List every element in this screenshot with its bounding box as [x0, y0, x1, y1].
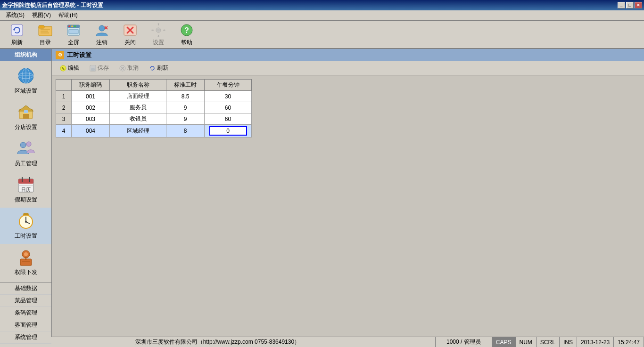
toolbar-help-label: 帮助	[181, 39, 192, 47]
cell-hours: 9	[166, 113, 205, 125]
cell-lunch: 60	[205, 102, 252, 113]
toolbar-logout-label: 注销	[96, 39, 107, 47]
maximize-button[interactable]: □	[626, 2, 634, 8]
cell-name: 服务员	[110, 102, 166, 113]
col-code-header: 职务编码	[72, 80, 110, 91]
toolbar-close[interactable]: 关闭	[117, 22, 143, 47]
sidebar-bottom: 基础数据 菜品管理 条码管理 界面管理 系统管理	[0, 282, 51, 344]
status-num: NUM	[516, 337, 537, 347]
page-header-icon: ⚙	[56, 51, 64, 59]
title-bar-buttons: _ □ ✕	[618, 2, 642, 8]
fullscreen-icon	[66, 23, 81, 38]
sidebar-permission-label: 权限下发	[15, 268, 37, 276]
sidebar: 组织机构 区域设置	[0, 49, 52, 337]
svg-rect-31	[24, 110, 28, 113]
cancel-icon	[119, 65, 126, 72]
status-date: 2013-12-23	[577, 337, 614, 347]
menu-system[interactable]: 系统(S)	[2, 10, 28, 20]
toolbar-directory-label: 目录	[40, 39, 51, 47]
svg-point-10	[71, 25, 73, 27]
sub-refresh-btn[interactable]: 刷新	[145, 63, 173, 73]
sub-save-label: 保存	[98, 64, 109, 72]
sidebar-ui-mgmt[interactable]: 界面管理	[0, 319, 51, 331]
sidebar-region-label: 区域设置	[15, 87, 37, 95]
cell-lunch: 60	[205, 113, 252, 125]
menu-view[interactable]: 视图(V)	[28, 10, 55, 20]
work-hour-table: 职务编码 职务名称 标准工时 午餐分钟 1001店面经理8.5302002服务员…	[56, 79, 252, 137]
svg-rect-54	[91, 65, 95, 68]
svg-rect-55	[91, 68, 95, 71]
toolbar-refresh[interactable]: 刷新	[4, 22, 30, 47]
status-ins: INS	[560, 337, 577, 347]
cell-row-num: 2	[56, 102, 72, 113]
table-row[interactable]: 1001店面经理8.530	[56, 91, 252, 102]
toolbar: 刷新 目录 全屏	[0, 21, 644, 49]
content-area: ⚙ 工时设置 ✎ 编辑 保存	[52, 49, 644, 337]
refresh-icon	[9, 23, 25, 38]
toolbar-directory[interactable]: 目录	[32, 22, 58, 47]
sidebar-item-region[interactable]: 区域设置	[0, 63, 51, 99]
sidebar-holiday-label: 假期设置	[15, 196, 37, 204]
close-tb-icon	[123, 23, 138, 38]
cell-hours: 8	[166, 125, 205, 137]
sub-cancel-btn: 取消	[115, 63, 143, 73]
menu-help[interactable]: 帮助(H)	[55, 10, 82, 20]
svg-rect-12	[69, 29, 78, 34]
svg-point-44	[25, 221, 27, 223]
cell-code: 003	[72, 113, 110, 125]
staff-icon	[17, 139, 35, 158]
cell-row-num: 1	[56, 91, 72, 102]
lunch-edit-input[interactable]	[209, 126, 247, 136]
page-title: 工时设置	[67, 51, 91, 59]
title-text: 金字招牌连锁店后台管理系统 - 工时设置	[2, 1, 103, 9]
logout-icon	[94, 23, 109, 38]
sidebar-item-holiday[interactable]: 日历 假期设置	[0, 171, 51, 208]
sidebar-barcode-mgmt[interactable]: 条码管理	[0, 307, 51, 319]
sidebar-basic-data[interactable]: 基础数据	[0, 282, 51, 295]
branch-icon	[17, 103, 35, 121]
toolbar-help[interactable]: ? 帮助	[173, 22, 200, 47]
sub-edit-label: 编辑	[68, 64, 79, 72]
table-row[interactable]: 2002服务员960	[56, 102, 252, 113]
svg-point-11	[74, 25, 76, 27]
minimize-button[interactable]: _	[618, 2, 625, 8]
sidebar-staff-label: 员工管理	[15, 160, 37, 168]
sub-toolbar: ✎ 编辑 保存 取消	[52, 61, 644, 75]
toolbar-close-label: 关闭	[124, 39, 136, 47]
sub-refresh-icon	[149, 65, 156, 72]
cell-row-num: 4	[56, 125, 72, 137]
cell-code: 002	[72, 102, 110, 113]
permission-icon	[17, 248, 35, 266]
cell-hours: 9	[166, 102, 205, 113]
cell-lunch[interactable]	[205, 125, 252, 137]
svg-text:日历: 日历	[21, 187, 31, 192]
toolbar-settings-label: 设置	[153, 39, 164, 47]
col-num-header	[56, 80, 72, 91]
title-bar: 金字招牌连锁店后台管理系统 - 工时设置 _ □ ✕	[0, 0, 644, 10]
table-row[interactable]: 4004区域经理8	[56, 125, 252, 137]
sub-edit-btn[interactable]: ✎ 编辑	[56, 63, 83, 73]
svg-point-9	[68, 25, 70, 27]
status-bar: 深圳市三度软件有限公司（http://www.jzzp.com 0755-836…	[0, 337, 644, 347]
sidebar-menu-mgmt[interactable]: 菜品管理	[0, 295, 51, 307]
sidebar-item-permission[interactable]: 权限下发	[0, 244, 51, 280]
sidebar-item-workhour[interactable]: 工时设置	[0, 208, 51, 244]
svg-text:?: ?	[184, 26, 189, 34]
svg-rect-30	[23, 114, 29, 119]
cell-name: 区域经理	[110, 125, 166, 137]
sidebar-item-branch[interactable]: 分店设置	[0, 99, 51, 135]
status-scrl: SCRL	[537, 337, 560, 347]
sidebar-item-staff[interactable]: 员工管理	[0, 135, 51, 171]
cell-code: 001	[72, 91, 110, 102]
svg-point-13	[99, 25, 105, 31]
save-icon	[90, 65, 96, 72]
toolbar-logout[interactable]: 注销	[89, 22, 115, 47]
svg-point-20	[157, 29, 160, 32]
svg-rect-45	[23, 213, 29, 215]
close-button[interactable]: ✕	[635, 2, 642, 8]
help-icon: ?	[179, 23, 194, 38]
table-row[interactable]: 3003收银员960	[56, 113, 252, 125]
toolbar-fullscreen[interactable]: 全屏	[60, 22, 87, 47]
svg-point-32	[20, 142, 26, 148]
svg-rect-48	[20, 259, 32, 266]
